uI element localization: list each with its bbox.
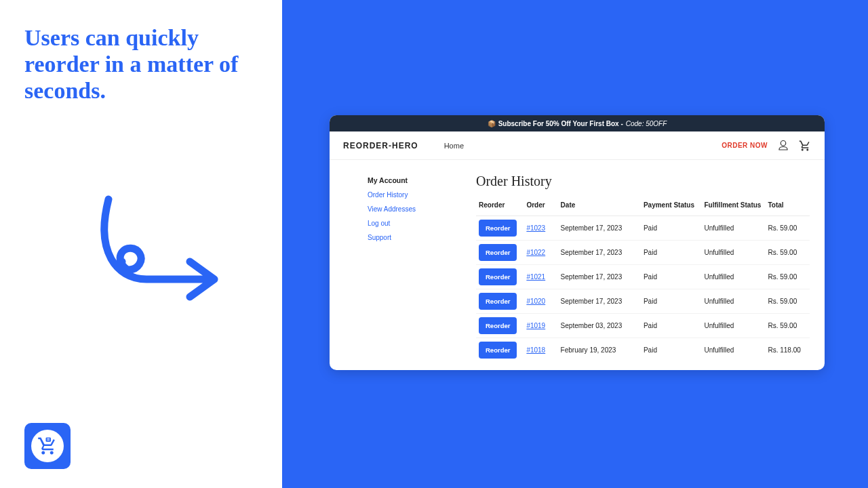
- table-row: Reorder#1020September 17, 2023PaidUnfulf…: [476, 289, 810, 314]
- table-row: Reorder#1023September 17, 2023PaidUnfulf…: [476, 216, 810, 241]
- app-header: REORDER-HERO Home ORDER NOW: [330, 131, 825, 160]
- order-link[interactable]: #1020: [526, 298, 545, 305]
- main-content: Order History Reorder Order Date Payment…: [446, 160, 825, 370]
- table-row: Reorder#1021September 17, 2023PaidUnfulf…: [476, 265, 810, 289]
- brand-logo: REORDER-HERO: [343, 141, 418, 150]
- account-icon[interactable]: [777, 140, 789, 152]
- svg-rect-0: [46, 438, 52, 442]
- fulfillment-status: Unfulfilled: [702, 289, 766, 314]
- order-link[interactable]: #1023: [526, 224, 545, 232]
- promo-bar: 📦 Subscribe For 50% Off Your First Box -…: [330, 115, 825, 131]
- order-total: Rs. 118.00: [765, 338, 810, 363]
- fulfillment-status: Unfulfilled: [702, 265, 766, 289]
- order-total: Rs. 59.00: [765, 314, 810, 338]
- col-header-fulfillment: Fulfillment Status: [702, 197, 766, 216]
- reorder-button[interactable]: Reorder: [479, 268, 517, 285]
- sidebar-heading: My Account: [368, 176, 446, 184]
- order-date: September 17, 2023: [558, 241, 641, 265]
- payment-status: Paid: [641, 241, 702, 265]
- order-total: Rs. 59.00: [765, 241, 810, 265]
- fulfillment-status: Unfulfilled: [702, 314, 766, 338]
- fulfillment-status: Unfulfilled: [702, 216, 766, 241]
- reorder-button[interactable]: Reorder: [479, 244, 517, 261]
- orders-table: Reorder Order Date Payment Status Fulfil…: [476, 197, 810, 362]
- order-total: Rs. 59.00: [765, 265, 810, 289]
- order-now-button[interactable]: ORDER NOW: [722, 142, 768, 149]
- order-link[interactable]: #1021: [526, 273, 545, 281]
- app-window: 📦 Subscribe For 50% Off Your First Box -…: [330, 115, 825, 370]
- table-row: Reorder#1019September 03, 2023PaidUnfulf…: [476, 314, 810, 338]
- order-date: September 17, 2023: [558, 289, 641, 314]
- sidebar-link-order-history[interactable]: Order History: [368, 191, 446, 199]
- app-logo-icon: [24, 423, 71, 469]
- box-icon: 📦: [488, 120, 496, 127]
- hand-drawn-arrow-icon: [88, 194, 231, 309]
- marketing-panel: Users can quickly reorder in a matter of…: [0, 0, 282, 488]
- marketing-headline: Users can quickly reorder in a matter of…: [24, 24, 255, 104]
- reorder-button[interactable]: Reorder: [479, 220, 517, 237]
- col-header-order: Order: [524, 197, 557, 216]
- order-total: Rs. 59.00: [765, 216, 810, 241]
- order-link[interactable]: #1022: [526, 249, 545, 256]
- nav-home-link[interactable]: Home: [444, 142, 464, 150]
- payment-status: Paid: [641, 314, 702, 338]
- reorder-button[interactable]: Reorder: [479, 293, 517, 310]
- order-link[interactable]: #1019: [526, 322, 545, 329]
- payment-status: Paid: [641, 338, 702, 363]
- fulfillment-status: Unfulfilled: [702, 241, 766, 265]
- table-row: Reorder#1018February 19, 2023PaidUnfulfi…: [476, 338, 810, 363]
- order-date: February 19, 2023: [558, 338, 641, 363]
- reorder-button[interactable]: Reorder: [479, 317, 517, 334]
- sidebar-link-log-out[interactable]: Log out: [368, 220, 446, 227]
- payment-status: Paid: [641, 289, 702, 314]
- order-date: September 17, 2023: [558, 265, 641, 289]
- order-date: September 17, 2023: [558, 216, 641, 241]
- col-header-total: Total: [765, 197, 810, 216]
- page-title: Order History: [476, 174, 810, 189]
- reorder-button[interactable]: Reorder: [479, 342, 517, 359]
- fulfillment-status: Unfulfilled: [702, 338, 766, 363]
- sidebar-link-view-addresses[interactable]: View Addresses: [368, 205, 446, 213]
- col-header-date: Date: [558, 197, 641, 216]
- order-link[interactable]: #1018: [526, 346, 545, 354]
- order-total: Rs. 59.00: [765, 289, 810, 314]
- cart-icon[interactable]: [799, 140, 811, 152]
- payment-status: Paid: [641, 265, 702, 289]
- payment-status: Paid: [641, 216, 702, 241]
- screenshot-panel: 📦 Subscribe For 50% Off Your First Box -…: [282, 0, 868, 488]
- promo-text: Subscribe For 50% Off Your First Box -: [498, 120, 623, 127]
- table-row: Reorder#1022September 17, 2023PaidUnfulf…: [476, 241, 810, 265]
- order-date: September 03, 2023: [558, 314, 641, 338]
- col-header-reorder: Reorder: [476, 197, 524, 216]
- sidebar-link-support[interactable]: Support: [368, 234, 446, 241]
- account-sidebar: My Account Order History View Addresses …: [330, 160, 446, 370]
- col-header-payment: Payment Status: [641, 197, 702, 216]
- promo-code: Code: 50OFF: [626, 120, 667, 127]
